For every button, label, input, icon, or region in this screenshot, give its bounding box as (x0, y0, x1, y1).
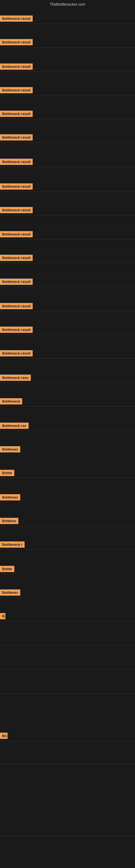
row-divider (0, 836, 135, 836)
list-item[interactable]: Bottleneck result (0, 231, 33, 239)
list-item[interactable]: Bottleneck result (0, 327, 33, 334)
bottleneck-badge: Bottleneck result (0, 134, 33, 141)
bottleneck-badge: Bottleneck result (0, 183, 33, 190)
row-divider (0, 693, 135, 694)
bottleneck-badge: Bottleneck res (0, 423, 29, 429)
row-divider (0, 717, 135, 717)
bottleneck-badge: B (0, 613, 5, 619)
list-item[interactable]: Bottleneck result (0, 183, 33, 191)
row-divider (0, 335, 135, 335)
list-item[interactable]: Bottleneck result (0, 39, 33, 46)
list-item[interactable]: Bottleneck resu (0, 375, 31, 382)
row-divider (0, 358, 135, 359)
row-divider (0, 454, 135, 455)
row-divider (0, 669, 135, 670)
bottleneck-badge: Bottlene (0, 518, 18, 524)
site-title: TheBottlenecker.com (0, 0, 135, 9)
list-item[interactable]: Bottlenec (0, 589, 20, 597)
row-divider (0, 311, 135, 311)
bottleneck-badge: Bottleneck result (0, 159, 33, 165)
list-item[interactable]: Bo (0, 733, 8, 740)
bottleneck-badge: Bottleneck result (0, 231, 33, 237)
row-divider (0, 789, 135, 789)
bottleneck-badge: Bottleneck r (0, 541, 25, 548)
list-item[interactable]: Bottleneck result (0, 279, 33, 286)
list-item[interactable]: Bottleneck result (0, 207, 33, 214)
row-divider (0, 191, 135, 192)
list-item[interactable]: B (0, 613, 5, 620)
list-item[interactable]: Bottleneck result (0, 111, 33, 118)
list-item[interactable]: Bottlene (0, 518, 18, 525)
row-divider (0, 621, 135, 621)
bottleneck-badge: Bottleneck result (0, 111, 33, 117)
row-divider (0, 597, 135, 598)
bottleneck-badge: Bo (0, 733, 8, 739)
bottleneck-badge: Bottleneck result (0, 63, 33, 70)
row-divider (0, 406, 135, 407)
row-divider (0, 764, 135, 765)
row-divider (0, 741, 135, 741)
bottleneck-badge: Bottleneck result (0, 350, 33, 356)
row-divider (0, 239, 135, 240)
list-item[interactable]: Bottleneck (0, 398, 22, 405)
row-divider (0, 574, 135, 574)
row-divider (0, 502, 135, 503)
row-divider (0, 812, 135, 813)
bottleneck-badge: Bottleneck (0, 398, 22, 404)
bottleneck-badge: Bottleneck result (0, 39, 33, 45)
list-item[interactable]: Bottleneck result (0, 87, 33, 94)
bottleneck-badge: Bottleneck resu (0, 375, 31, 381)
list-item[interactable]: Bottle (0, 566, 14, 573)
list-item[interactable]: Bottleneck result (0, 63, 33, 71)
bottleneck-badge: Bottlenec (0, 589, 20, 596)
row-divider (0, 383, 135, 383)
bottleneck-badge: Bottleneck result (0, 87, 33, 93)
row-divider (0, 550, 135, 550)
row-divider (0, 263, 135, 263)
list-item[interactable]: Bottleneck res (0, 423, 29, 430)
list-item[interactable]: Bottlenec (0, 446, 20, 454)
list-item[interactable]: Bottleneck result (0, 303, 33, 310)
bottleneck-badge: Bottleneck result (0, 16, 33, 22)
row-divider (0, 860, 135, 861)
row-divider (0, 431, 135, 431)
list-item[interactable]: Bottle (0, 470, 14, 477)
bottleneck-badge: Bottlenec (0, 446, 20, 453)
row-divider (0, 646, 135, 646)
row-divider (0, 287, 135, 287)
bottleneck-badge: Bottleneck result (0, 303, 33, 309)
list-item[interactable]: Bottleneck result (0, 255, 33, 262)
list-item[interactable]: Bottlenec (0, 494, 20, 501)
row-divider (0, 167, 135, 167)
bottleneck-badge: Bottleneck result (0, 207, 33, 213)
list-item[interactable]: Bottleneck result (0, 350, 33, 358)
bottleneck-badge: Bottleneck result (0, 279, 33, 285)
bottleneck-badge: Bottlenec (0, 494, 20, 500)
bottleneck-badge: Bottle (0, 470, 14, 476)
bottleneck-badge: Bottle (0, 566, 14, 572)
list-item[interactable]: Bottleneck result (0, 159, 33, 166)
row-divider (0, 478, 135, 478)
list-item[interactable]: Bottleneck result (0, 16, 33, 23)
row-divider (0, 47, 135, 48)
row-divider (0, 215, 135, 215)
bottleneck-badge: Bottleneck result (0, 255, 33, 261)
bottleneck-badge: Bottleneck result (0, 327, 33, 333)
row-divider (0, 526, 135, 526)
list-item[interactable]: Bottleneck r (0, 541, 25, 549)
row-divider (0, 24, 135, 24)
list-item[interactable]: Bottleneck result (0, 134, 33, 142)
